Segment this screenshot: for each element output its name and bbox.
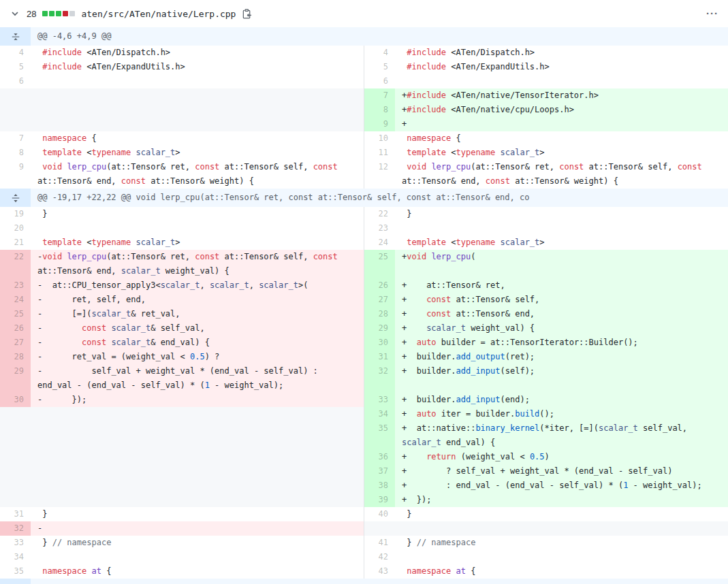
code-line: - self_val + weight_val * (end_val - sel… <box>31 364 364 393</box>
code-token: >( <box>298 280 308 290</box>
copy-path-icon[interactable] <box>242 8 252 19</box>
line-number[interactable]: 36 <box>364 450 395 464</box>
code-line: #include <ATen/Dispatch.h> <box>31 46 364 60</box>
line-number[interactable]: 30 <box>364 336 395 350</box>
code-line: namespace at { <box>395 564 728 579</box>
code-token: lerp_cpu <box>67 252 106 261</box>
code-token: }); <box>407 495 431 504</box>
line-number[interactable]: 11 <box>364 146 395 160</box>
line-number[interactable]: 27 <box>364 293 395 307</box>
line-number[interactable]: 10 <box>364 131 395 146</box>
code-token: add_input <box>456 395 500 404</box>
diff-row: 8+#include <ATen/native/cpu/Loops.h> <box>0 103 728 117</box>
code-token: const <box>486 176 510 186</box>
code-token: scalar_t <box>210 280 249 290</box>
line-number[interactable]: 35 <box>0 564 31 579</box>
line-number[interactable]: 24 <box>364 236 395 250</box>
line-number[interactable]: 40 <box>364 507 395 521</box>
line-number[interactable]: 7 <box>0 131 31 146</box>
line-number[interactable]: 24 <box>0 293 31 307</box>
line-number[interactable]: 39 <box>364 493 395 507</box>
line-number[interactable]: 4 <box>0 46 31 60</box>
diff-row: 21 template <typename scalar_t>24 templa… <box>0 236 728 250</box>
line-number[interactable]: 28 <box>0 350 31 364</box>
collapse-chevron-icon[interactable] <box>10 8 20 19</box>
code-line: #include <ATen/Dispatch.h> <box>395 46 728 60</box>
code-token: > <box>175 238 180 247</box>
line-number[interactable]: 5 <box>364 60 395 74</box>
hunk-text: @@ -4,6 +4,9 @@ <box>31 27 118 46</box>
old-line-cell <box>0 493 364 507</box>
unfold-icon[interactable] <box>0 579 31 584</box>
unfold-icon[interactable] <box>0 189 31 207</box>
line-number[interactable]: 33 <box>0 536 31 550</box>
line-number[interactable]: 33 <box>364 393 395 407</box>
fold-icon[interactable] <box>0 27 31 46</box>
code-token: scalar_t <box>599 423 638 433</box>
code-token: { <box>86 133 96 143</box>
line-number[interactable]: 32 <box>0 521 31 536</box>
code-line: template <typename scalar_t> <box>395 236 728 250</box>
line-number[interactable]: 34 <box>0 550 31 564</box>
line-number[interactable]: 25 <box>0 307 31 321</box>
line-number[interactable]: 31 <box>0 507 31 521</box>
line-number <box>364 521 395 536</box>
line-number[interactable]: 34 <box>364 407 395 421</box>
code-line <box>31 421 364 450</box>
line-number[interactable]: 8 <box>0 146 31 160</box>
line-number[interactable]: 23 <box>0 278 31 293</box>
new-line-cell: 6 <box>364 74 728 88</box>
line-number[interactable]: 6 <box>364 74 395 88</box>
old-line-cell: 29- self_val + weight_val * (end_val - s… <box>0 364 364 393</box>
line-number[interactable]: 8 <box>364 103 395 117</box>
old-line-cell: 4 #include <ATen/Dispatch.h> <box>0 46 364 60</box>
hunk-header: @@ -19,17 +22,22 @@ void lerp_cpu(at::Te… <box>0 189 728 207</box>
line-number[interactable]: 9 <box>0 160 31 189</box>
line-number[interactable]: 25 <box>364 250 395 278</box>
line-number[interactable]: 4 <box>364 46 395 60</box>
code-token: < <box>82 238 91 247</box>
diff-row: 35 namespace at {43 namespace at { <box>0 564 728 579</box>
new-line-cell: 11 template <typename scalar_t> <box>364 146 728 160</box>
line-number[interactable]: 38 <box>364 478 395 493</box>
old-line-cell: 22-void lerp_cpu(at::Tensor& ret, const … <box>0 250 364 278</box>
code-token: <ATen/ExpandUtils.h> <box>82 62 185 71</box>
line-number[interactable]: 26 <box>0 321 31 336</box>
new-line-cell: 41 } // namespace <box>364 536 728 550</box>
line-number[interactable]: 19 <box>0 207 31 221</box>
file-path-link[interactable]: aten/src/ATen/native/Lerp.cpp <box>81 9 236 19</box>
line-number[interactable]: 35 <box>364 421 395 450</box>
line-number[interactable]: 41 <box>364 536 395 550</box>
diff-marker <box>402 552 407 562</box>
line-number[interactable]: 22 <box>0 250 31 278</box>
line-number[interactable]: 26 <box>364 278 395 293</box>
line-number[interactable]: 32 <box>364 364 395 393</box>
line-number[interactable]: 20 <box>0 221 31 236</box>
code-token: at::Tensor& self, <box>219 252 313 261</box>
line-number[interactable]: 29 <box>364 321 395 336</box>
code-token: (ret); <box>505 352 535 361</box>
line-number[interactable]: 43 <box>364 564 395 579</box>
line-number[interactable]: 22 <box>364 207 395 221</box>
line-number[interactable]: 29 <box>0 364 31 393</box>
diffstat-square-deleted <box>63 11 68 16</box>
diff-marker <box>402 76 407 86</box>
line-number[interactable]: 37 <box>364 464 395 478</box>
code-token: #include <box>42 62 82 71</box>
line-number[interactable]: 28 <box>364 307 395 321</box>
line-number[interactable]: 42 <box>364 550 395 564</box>
code-token: scalar_t <box>426 323 466 333</box>
line-number[interactable]: 5 <box>0 60 31 74</box>
line-number[interactable]: 12 <box>364 160 395 189</box>
line-number[interactable]: 30 <box>0 393 31 407</box>
kebab-menu-icon[interactable]: ··· <box>706 10 718 17</box>
line-number[interactable]: 7 <box>364 88 395 103</box>
line-number[interactable]: 23 <box>364 221 395 236</box>
old-line-cell: 20 <box>0 221 364 236</box>
line-number[interactable]: 6 <box>0 74 31 88</box>
line-number[interactable]: 9 <box>364 117 395 131</box>
code-token: 0.5 <box>530 452 545 461</box>
line-number[interactable]: 21 <box>0 236 31 250</box>
line-number[interactable]: 27 <box>0 336 31 350</box>
line-number[interactable]: 31 <box>364 350 395 364</box>
